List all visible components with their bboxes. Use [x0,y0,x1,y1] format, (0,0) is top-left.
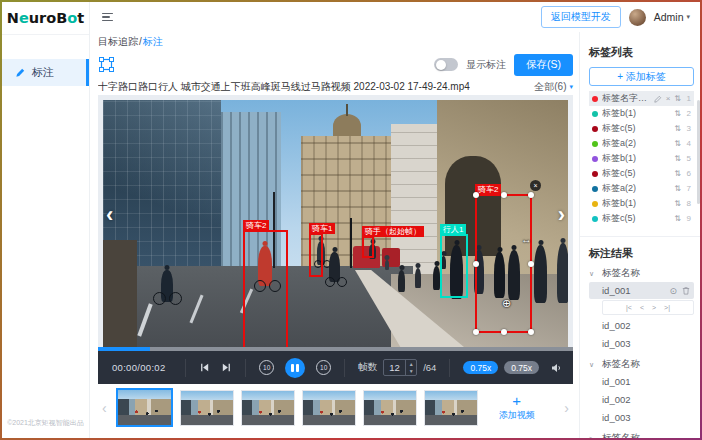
result-item[interactable]: id_002 [589,391,694,408]
result-item[interactable]: id_001⊙ [589,282,694,299]
rewind-10-button[interactable]: 10 [259,360,274,375]
user-menu[interactable]: Admin ▾ [654,11,690,23]
result-group-header[interactable]: ∨标签名称 [589,357,694,372]
edit-label-icon[interactable] [654,95,662,103]
label-row[interactable]: 标签a(2)⇅7 [589,181,694,196]
sidebar-item-annotate[interactable]: 标注 [2,59,89,86]
resize-handle[interactable] [528,261,534,267]
pagination: |<<>>| [602,300,694,315]
video-prev-icon[interactable]: ‹ [106,205,113,225]
video-thumbnail[interactable] [241,390,295,426]
resize-handle[interactable] [501,329,507,335]
annotation-label: 行人1 [440,224,466,235]
resize-handle[interactable] [473,261,479,267]
resize-handle[interactable] [473,329,479,335]
breadcrumb-parent[interactable]: 目标追踪 [98,35,138,49]
trash-icon[interactable] [682,286,690,295]
video-thumbnail[interactable] [363,390,417,426]
video-thumbnail[interactable] [116,388,173,427]
page-last-icon[interactable]: >| [664,304,670,311]
label-name: 标签c(5) [602,122,670,135]
label-order: 4 [685,139,691,148]
result-item[interactable]: id_003 [589,409,694,426]
bounding-box-tool-icon[interactable] [98,56,115,73]
sort-label-icon[interactable]: ⇅ [674,109,681,118]
page-prev-icon[interactable]: < [640,304,644,311]
thumbs-next-icon[interactable]: › [562,400,571,416]
label-row[interactable]: 标签a(2)⇅4 [589,136,694,151]
result-item[interactable]: id_003 [589,335,694,352]
result-item[interactable]: id_001 [589,373,694,390]
resize-handle[interactable] [501,192,507,198]
scrollbar[interactable] [697,100,700,204]
page-next-icon[interactable]: > [652,304,656,311]
anno-corner-button[interactable]: × [530,180,541,191]
thumbs-prev-icon[interactable]: ‹ [100,400,109,416]
annotation-label: 骑车1 [309,223,335,234]
back-to-model-dev-button[interactable]: 返回模型开发 [541,6,621,28]
label-row[interactable]: 标签b(1)⇅2 [589,106,694,121]
breadcrumb: 目标追踪 / 标注 [98,32,573,51]
sort-label-icon[interactable]: ⇅ [674,214,681,223]
show-annotation-toggle[interactable] [434,58,458,71]
results-title: 标注结果 [589,246,694,261]
prev-frame-button[interactable] [199,362,210,373]
add-video-label: 添加视频 [499,409,535,422]
resize-handle[interactable] [473,192,479,198]
label-order: 3 [685,124,691,133]
sort-label-icon[interactable]: ⇅ [674,94,681,103]
save-button[interactable]: 保存(S) [514,54,573,76]
visibility-icon[interactable]: ⊙ [669,286,677,296]
frame-number-stepper[interactable]: 12 ▲ ▼ [383,359,417,376]
pause-button[interactable] [285,358,305,378]
sort-label-icon[interactable]: ⇅ [674,199,681,208]
breadcrumb-current[interactable]: 标注 [143,35,163,49]
sort-label-icon[interactable]: ⇅ [674,124,681,133]
next-frame-button[interactable] [221,362,232,373]
video-thumbnail[interactable] [180,390,234,426]
result-id: id_003 [602,338,631,349]
label-row[interactable]: 标签b(1)⇅8 [589,196,694,211]
volume-icon[interactable] [551,363,563,373]
label-row[interactable]: 标签名字最长数...×⇅1 [589,91,694,106]
label-row[interactable]: 标签b(1)⇅5 [589,151,694,166]
menu-collapse-icon[interactable] [102,13,113,22]
speed-button-primary[interactable]: 0.75x [463,361,498,374]
annotation-box[interactable]: 骑车2 [475,194,532,333]
delete-label-icon[interactable]: × [666,95,671,103]
avatar[interactable] [629,9,646,26]
label-color-dot [592,111,598,117]
resize-handle[interactable] [528,329,534,335]
video-next-icon[interactable]: › [558,205,565,225]
label-row[interactable]: 标签c(5)⇅6 [589,166,694,181]
resize-handle[interactable] [528,192,534,198]
annotation-box[interactable]: 行人1 [440,234,468,298]
label-row[interactable]: 标签c(5)⇅3 [589,121,694,136]
result-group-header[interactable]: ∨标签名称 [589,266,694,281]
player-controls: 00:00/00:02 10 10 [98,351,573,384]
video-thumbnail[interactable] [424,390,478,426]
annotation-box[interactable]: 骑车2 [243,230,288,347]
filter-dropdown[interactable]: 全部(6) ▾ [534,80,573,94]
add-video-button[interactable]: + 添加视频 [485,388,549,428]
label-row[interactable]: 标签c(5)⇅9 [589,211,694,226]
add-label-button[interactable]: + 添加标签 [589,67,694,86]
page-first-icon[interactable]: |< [626,304,632,311]
plus-icon: + [512,394,521,407]
video-thumbnail[interactable] [302,390,356,426]
stepper-down-icon[interactable]: ▼ [406,368,416,376]
annotation-box[interactable]: 骑手（起始帧） [362,236,374,258]
frame-number-value[interactable]: 12 [384,360,405,375]
annotation-box[interactable]: 骑车1 [309,233,323,277]
sort-label-icon[interactable]: ⇅ [674,169,681,178]
speed-button-secondary[interactable]: 0.75x [504,361,539,374]
sort-label-icon[interactable]: ⇅ [674,154,681,163]
result-item[interactable]: id_002 [589,317,694,334]
sort-label-icon[interactable]: ⇅ [674,139,681,148]
chevron-down-icon: ▾ [686,13,690,21]
sort-label-icon[interactable]: ⇅ [674,184,681,193]
result-group-header[interactable]: >标签名称 [589,431,694,438]
video-progress-bar[interactable] [98,347,573,351]
forward-10-button[interactable]: 10 [316,360,331,375]
stepper-up-icon[interactable]: ▲ [406,360,416,368]
